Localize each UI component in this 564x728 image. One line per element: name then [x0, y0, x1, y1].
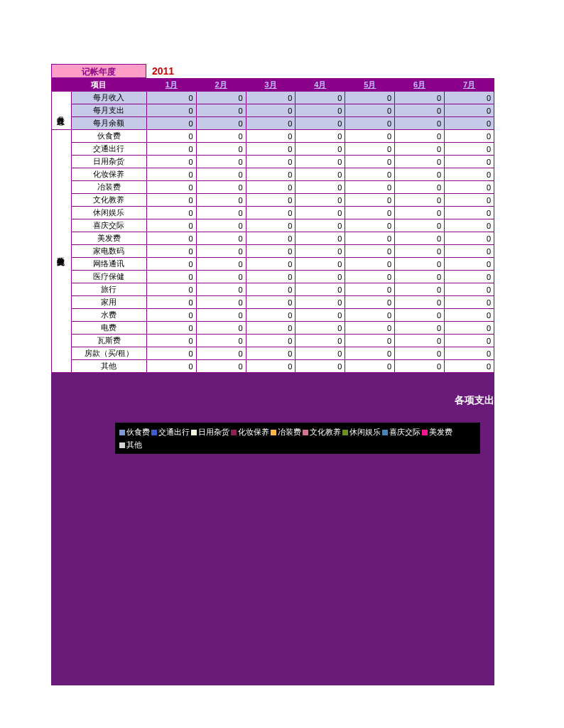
cell-value: 0 — [445, 156, 494, 168]
month-header-1[interactable]: 1月 — [146, 79, 196, 92]
month-header-5[interactable]: 5月 — [345, 79, 395, 92]
table-row: 家用0000000 — [52, 296, 494, 309]
month-header-4[interactable]: 4月 — [295, 79, 345, 92]
cell-value: 0 — [146, 335, 196, 347]
cell-value: 0 — [345, 156, 395, 168]
cell-value: 0 — [196, 207, 246, 219]
cell-value: 0 — [395, 168, 445, 181]
cell-value: 0 — [196, 271, 246, 283]
cell-value: 0 — [146, 347, 196, 360]
table-row: 每月支出0000000 — [52, 104, 494, 117]
cell-value: 0 — [345, 130, 395, 143]
cell-value: 0 — [196, 232, 246, 245]
cell-value: 0 — [345, 232, 395, 245]
cell-value: 0 — [345, 92, 395, 104]
cell-value: 0 — [395, 258, 445, 271]
month-header-2[interactable]: 2月 — [196, 79, 246, 92]
table-row: 化妆保养0000000 — [52, 168, 494, 181]
legend-swatch — [231, 430, 237, 435]
legend-swatch — [382, 430, 388, 435]
legend-label: 其他 — [126, 440, 142, 449]
cell-value: 0 — [146, 181, 196, 194]
cell-value: 0 — [196, 156, 246, 168]
cell-value: 0 — [345, 347, 395, 360]
cell-value: 0 — [295, 194, 345, 207]
cell-value: 0 — [295, 168, 345, 181]
cell-value: 0 — [345, 194, 395, 207]
cell-value: 0 — [295, 207, 345, 219]
cell-value: 0 — [146, 92, 196, 104]
cell-value: 0 — [395, 156, 445, 168]
cell-value: 0 — [445, 258, 494, 271]
cell-value: 0 — [295, 143, 345, 156]
legend-item: 冶装费 — [271, 425, 301, 438]
cell-value: 0 — [246, 168, 295, 181]
chart-legend: 伙食费交通出行日用杂货化妆保养冶装费文化教养休闲娱乐喜庆交际美发费其他 — [115, 423, 480, 454]
row-label: 美发费 — [71, 232, 146, 245]
table-row: 医疗保健0000000 — [52, 271, 494, 283]
cell-value: 0 — [146, 143, 196, 156]
legend-label: 美发费 — [429, 428, 452, 436]
legend-swatch — [422, 430, 428, 435]
cell-value: 0 — [146, 194, 196, 207]
row-label: 冶装费 — [71, 181, 146, 194]
table-row: 房款（买/租）0000000 — [52, 347, 494, 360]
cell-value: 0 — [246, 117, 295, 130]
cell-value: 0 — [445, 335, 494, 347]
table-row: 文化教养0000000 — [52, 194, 494, 207]
legend-label: 休闲娱乐 — [349, 428, 381, 436]
chart-title: 各项支出 — [455, 394, 494, 407]
cell-value: 0 — [146, 322, 196, 335]
cell-value: 0 — [196, 309, 246, 322]
cell-value: 0 — [445, 117, 494, 130]
cell-value: 0 — [146, 283, 196, 296]
cell-value: 0 — [246, 219, 295, 232]
row-label: 电费 — [71, 322, 146, 335]
cell-value: 0 — [445, 219, 494, 232]
cell-value: 0 — [246, 156, 295, 168]
table-row: 家电数码0000000 — [52, 245, 494, 258]
legend-swatch — [151, 430, 157, 435]
detail-group-label: 各项支出分类统计 — [52, 130, 72, 373]
cell-value: 0 — [246, 309, 295, 322]
cell-value: 0 — [445, 181, 494, 194]
cell-value: 0 — [395, 219, 445, 232]
cell-value: 0 — [246, 322, 295, 335]
year-row: 记帐年度 2011 — [51, 64, 564, 78]
cell-value: 0 — [196, 104, 246, 117]
cell-value: 0 — [445, 271, 494, 283]
cell-value: 0 — [196, 258, 246, 271]
row-label: 交通出行 — [71, 143, 146, 156]
legend-swatch — [119, 430, 125, 435]
cell-value: 0 — [146, 130, 196, 143]
cell-value: 0 — [146, 117, 196, 130]
ledger-table: 项目 1月2月3月4月5月6月7月 各月收支总计每月收入0000000每月支出0… — [51, 78, 494, 373]
legend-item: 美发费 — [422, 425, 452, 438]
cell-value: 0 — [445, 322, 494, 335]
legend-swatch — [271, 430, 276, 435]
legend-item: 日用杂货 — [191, 425, 229, 438]
legend-item: 文化教养 — [303, 425, 341, 438]
cell-value: 0 — [146, 296, 196, 309]
month-header-3[interactable]: 3月 — [246, 79, 295, 92]
month-header-7[interactable]: 7月 — [445, 79, 494, 92]
cell-value: 0 — [295, 296, 345, 309]
cell-value: 0 — [146, 232, 196, 245]
cell-value: 0 — [295, 219, 345, 232]
cell-value: 0 — [345, 271, 395, 283]
cell-value: 0 — [395, 271, 445, 283]
cell-value: 0 — [345, 360, 395, 373]
cell-value: 0 — [146, 219, 196, 232]
cell-value: 0 — [345, 117, 395, 130]
cell-value: 0 — [146, 271, 196, 283]
table-row: 喜庆交际0000000 — [52, 219, 494, 232]
cell-value: 0 — [295, 335, 345, 347]
month-header-6[interactable]: 6月 — [395, 79, 445, 92]
cell-value: 0 — [196, 296, 246, 309]
cell-value: 0 — [295, 258, 345, 271]
year-value: 2011 — [146, 64, 196, 78]
cell-value: 0 — [345, 181, 395, 194]
row-label: 瓦斯费 — [71, 335, 146, 347]
cell-value: 0 — [196, 143, 246, 156]
cell-value: 0 — [395, 232, 445, 245]
